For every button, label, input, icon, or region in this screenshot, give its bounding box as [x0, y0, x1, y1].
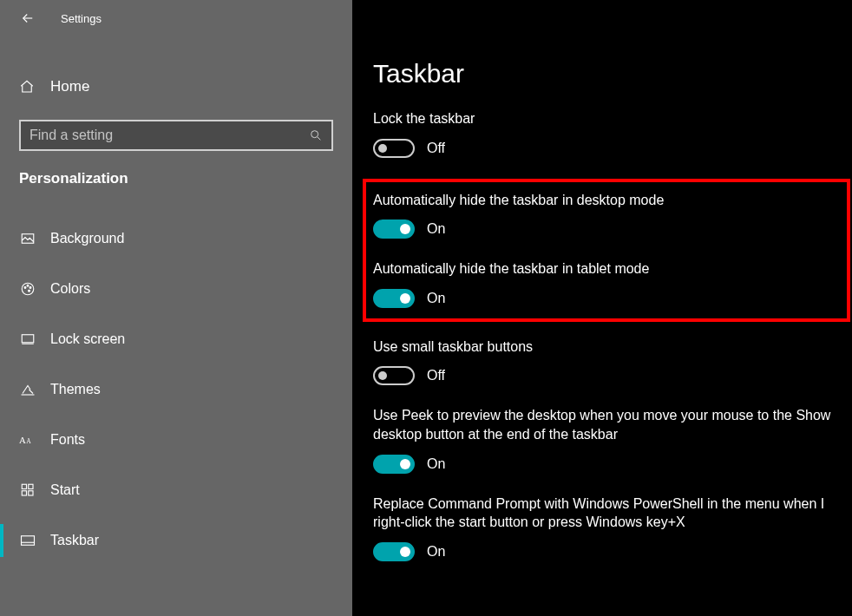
fonts-icon: AA	[19, 433, 36, 447]
toggle-state: On	[427, 291, 445, 306]
toggle-use-peek[interactable]	[373, 455, 415, 474]
setting-small-buttons: Use small taskbar buttons Off	[373, 337, 842, 386]
search-container: Find a setting	[19, 120, 333, 151]
setting-label: Use small taskbar buttons	[373, 337, 842, 357]
home-icon	[19, 79, 36, 95]
setting-label: Automatically hide the taskbar in deskto…	[373, 191, 836, 210]
svg-point-5	[29, 287, 31, 289]
toggle-state: On	[427, 221, 445, 237]
svg-rect-14	[22, 536, 35, 546]
window-title: Settings	[61, 12, 102, 25]
back-button[interactable]	[19, 10, 36, 27]
setting-label: Replace Command Prompt with Windows Powe…	[373, 495, 842, 532]
toggle-powershell[interactable]	[373, 542, 415, 561]
svg-point-4	[27, 285, 29, 286]
setting-autohide-tablet: Automatically hide the taskbar in tablet…	[373, 259, 836, 308]
palette-icon	[19, 281, 36, 297]
svg-point-6	[29, 290, 30, 292]
nav-list: Background Colors Lock screen Themes AA …	[0, 213, 352, 566]
page-title: Taskbar	[373, 59, 842, 88]
lock-screen-icon	[19, 331, 36, 347]
toggle-state: Off	[427, 141, 445, 156]
search-placeholder: Find a setting	[29, 128, 309, 143]
setting-label: Lock the taskbar	[373, 109, 842, 128]
setting-autohide-desktop: Automatically hide the taskbar in deskto…	[373, 191, 836, 239]
svg-point-0	[311, 131, 318, 138]
toggle-autohide-desktop[interactable]	[373, 220, 415, 239]
toggle-lock-taskbar[interactable]	[373, 139, 415, 158]
picture-icon	[19, 231, 36, 246]
nav-item-label: Taskbar	[50, 533, 99, 548]
setting-use-peek: Use Peek to preview the desktop when you…	[373, 406, 842, 473]
nav-item-label: Themes	[50, 382, 101, 397]
themes-icon	[19, 382, 36, 397]
nav-item-label: Background	[50, 231, 124, 246]
arrow-left-icon	[20, 10, 36, 26]
nav-item-fonts[interactable]: AA Fonts	[0, 415, 352, 465]
svg-rect-10	[22, 484, 26, 488]
svg-text:A: A	[19, 435, 26, 445]
toggle-state: On	[427, 544, 445, 560]
setting-powershell: Replace Command Prompt with Windows Powe…	[373, 495, 842, 561]
svg-rect-12	[22, 491, 26, 495]
toggle-small-buttons[interactable]	[373, 366, 415, 385]
nav-item-label: Lock screen	[50, 331, 125, 347]
highlight-annotation: Automatically hide the taskbar in deskto…	[363, 179, 850, 322]
svg-rect-13	[29, 491, 33, 495]
nav-home[interactable]: Home	[0, 69, 352, 104]
svg-text:A: A	[26, 437, 31, 445]
taskbar-icon	[19, 534, 36, 547]
nav-home-label: Home	[50, 78, 89, 95]
toggle-autohide-tablet[interactable]	[373, 289, 415, 308]
search-input[interactable]: Find a setting	[19, 120, 333, 151]
setting-lock-taskbar: Lock the taskbar Off	[373, 109, 842, 158]
svg-point-3	[24, 287, 26, 289]
topbar: Settings	[0, 0, 352, 36]
nav-item-lock-screen[interactable]: Lock screen	[0, 314, 352, 364]
nav-item-label: Start	[50, 482, 80, 498]
nav-item-label: Colors	[50, 281, 90, 297]
svg-rect-7	[22, 335, 34, 343]
content: Taskbar Lock the taskbar Off Automatical…	[352, 0, 852, 616]
sidebar: Settings Home Find a setting Personaliza…	[0, 0, 352, 616]
toggle-state: Off	[427, 368, 445, 383]
setting-label: Automatically hide the taskbar in tablet…	[373, 259, 836, 279]
nav-item-background[interactable]: Background	[0, 213, 352, 264]
nav-item-colors[interactable]: Colors	[0, 264, 352, 314]
search-icon	[309, 128, 323, 142]
nav-item-themes[interactable]: Themes	[0, 364, 352, 415]
section-title: Personalization	[19, 170, 352, 187]
nav-item-start[interactable]: Start	[0, 465, 352, 515]
nav-item-label: Fonts	[50, 432, 85, 448]
svg-rect-11	[29, 484, 33, 488]
setting-label: Use Peek to preview the desktop when you…	[373, 406, 842, 443]
nav-item-taskbar[interactable]: Taskbar	[0, 515, 352, 566]
toggle-state: On	[427, 456, 445, 472]
start-icon	[19, 482, 36, 498]
